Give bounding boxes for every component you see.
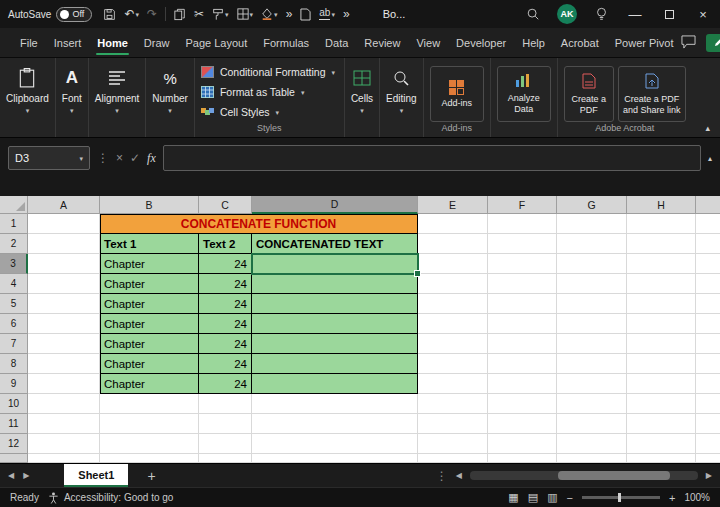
cell[interactable]	[627, 394, 696, 414]
cell[interactable]	[28, 274, 100, 294]
cell[interactable]	[252, 274, 418, 294]
column-header-partial[interactable]	[696, 196, 720, 214]
row-header[interactable]	[0, 454, 28, 463]
tab-review[interactable]: Review	[356, 28, 408, 57]
cell[interactable]	[418, 434, 488, 454]
cell[interactable]	[557, 274, 627, 294]
cell[interactable]: Chapter	[100, 374, 199, 394]
save-icon[interactable]	[103, 8, 116, 21]
page-break-view-icon[interactable]: ▥	[547, 491, 557, 504]
cell[interactable]	[488, 254, 557, 274]
collapse-ribbon-icon[interactable]: ▴	[705, 123, 710, 133]
cell[interactable]	[627, 274, 696, 294]
cell[interactable]	[252, 354, 418, 374]
cell[interactable]	[28, 374, 100, 394]
cell[interactable]	[627, 434, 696, 454]
redo-button[interactable]: ↷	[147, 8, 157, 20]
tab-formulas[interactable]: Formulas	[255, 28, 317, 57]
cell[interactable]	[252, 334, 418, 354]
cell[interactable]	[696, 354, 720, 374]
zoom-out-button[interactable]: −	[567, 492, 573, 504]
tab-help[interactable]: Help	[514, 28, 553, 57]
cell[interactable]	[696, 374, 720, 394]
scroll-left-icon[interactable]: ◀	[456, 471, 462, 480]
editing-button[interactable]: Editing ▾	[386, 66, 417, 114]
cell[interactable]	[100, 394, 199, 414]
copy-icon[interactable]	[174, 8, 186, 21]
column-header-a[interactable]: A	[28, 196, 100, 214]
cell[interactable]	[557, 334, 627, 354]
cell[interactable]	[557, 414, 627, 434]
editing-mode-button[interactable]: ▾	[706, 34, 720, 52]
cell[interactable]	[418, 454, 488, 463]
cell[interactable]	[488, 354, 557, 374]
row-header[interactable]: 12	[0, 434, 28, 454]
row-header[interactable]: 9	[0, 374, 28, 394]
cell[interactable]	[488, 234, 557, 254]
cell[interactable]	[418, 354, 488, 374]
cell-styles-button[interactable]: Cell Styles ▾	[201, 102, 338, 122]
cell[interactable]	[696, 434, 720, 454]
cell[interactable]	[696, 334, 720, 354]
zoom-slider[interactable]	[582, 496, 660, 499]
row-header[interactable]: 8	[0, 354, 28, 374]
cell[interactable]	[488, 454, 557, 463]
cell[interactable]: 24	[199, 274, 252, 294]
cell[interactable]	[627, 414, 696, 434]
minimize-button[interactable]: —	[618, 0, 652, 28]
expand-formula-bar-icon[interactable]: ▴	[708, 154, 712, 163]
addins-button[interactable]: Add-ins	[430, 66, 484, 122]
table-title-cell[interactable]: CONCATENATE FUNCTION	[100, 214, 418, 234]
cell[interactable]	[557, 254, 627, 274]
cell[interactable]	[252, 434, 418, 454]
cell[interactable]	[199, 454, 252, 463]
cell[interactable]: CONCATENATED TEXT	[252, 234, 418, 254]
cell[interactable]	[488, 314, 557, 334]
cell[interactable]	[488, 414, 557, 434]
cell[interactable]	[488, 294, 557, 314]
tab-page-layout[interactable]: Page Layout	[177, 28, 255, 57]
cell[interactable]	[28, 434, 100, 454]
cell[interactable]	[557, 354, 627, 374]
active-cell[interactable]	[252, 254, 418, 274]
row-header[interactable]: 2	[0, 234, 28, 254]
cell[interactable]	[28, 414, 100, 434]
lightbulb-icon[interactable]	[584, 0, 618, 28]
column-header-f[interactable]: F	[488, 196, 557, 214]
cell[interactable]	[100, 414, 199, 434]
cell[interactable]: 24	[199, 334, 252, 354]
cancel-entry-button[interactable]: ×	[116, 151, 123, 165]
cell[interactable]	[627, 314, 696, 334]
tab-power-pivot[interactable]: Power Pivot	[607, 28, 682, 57]
cell[interactable]	[418, 414, 488, 434]
create-pdf-button[interactable]: Create a PDF	[564, 66, 614, 122]
cell[interactable]	[252, 314, 418, 334]
sheet-tab-sheet1[interactable]: Sheet1	[64, 464, 128, 487]
create-pdf-share-button[interactable]: Create a PDF and Share link	[618, 66, 686, 122]
cell[interactable]	[100, 454, 199, 463]
cell[interactable]: 24	[199, 254, 252, 274]
column-header-e[interactable]: E	[418, 196, 488, 214]
cell[interactable]	[696, 294, 720, 314]
cell[interactable]: Chapter	[100, 274, 199, 294]
horizontal-scrollbar[interactable]	[470, 471, 698, 480]
horizontal-scrollbar-thumb[interactable]	[558, 471, 670, 480]
cell[interactable]	[418, 274, 488, 294]
number-button[interactable]: % Number ▾	[152, 66, 188, 114]
name-box-drag-handle[interactable]: ⋮	[97, 151, 109, 165]
cell[interactable]	[252, 454, 418, 463]
autosave-toggle[interactable]: Off	[56, 7, 92, 22]
cell[interactable]	[696, 214, 720, 234]
cell[interactable]	[100, 434, 199, 454]
row-header[interactable]: 7	[0, 334, 28, 354]
cell[interactable]	[557, 214, 627, 234]
cell[interactable]	[696, 254, 720, 274]
cell[interactable]	[28, 454, 100, 463]
font-button[interactable]: A Font ▾	[62, 66, 82, 114]
cell[interactable]	[28, 214, 100, 234]
cell[interactable]	[488, 374, 557, 394]
cell[interactable]	[418, 254, 488, 274]
cell[interactable]: 24	[199, 374, 252, 394]
search-icon[interactable]	[516, 0, 550, 28]
cell[interactable]: 24	[199, 314, 252, 334]
